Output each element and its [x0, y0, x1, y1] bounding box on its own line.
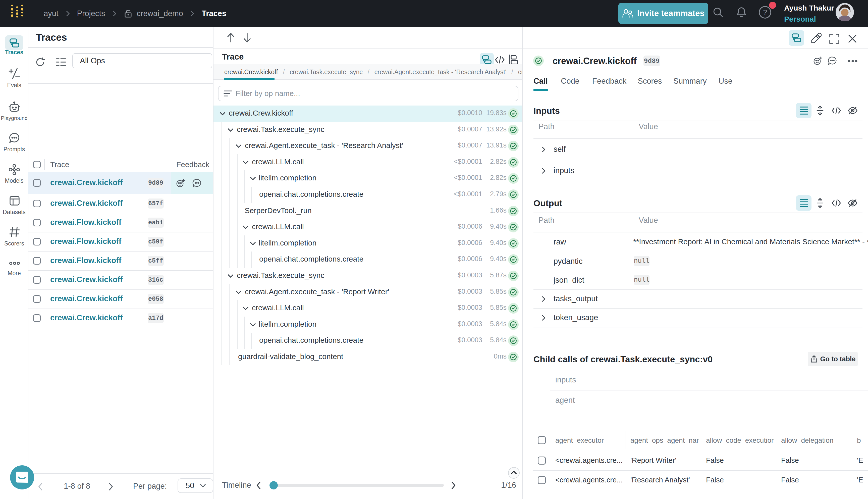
svg-text:?: ? [763, 8, 767, 16]
